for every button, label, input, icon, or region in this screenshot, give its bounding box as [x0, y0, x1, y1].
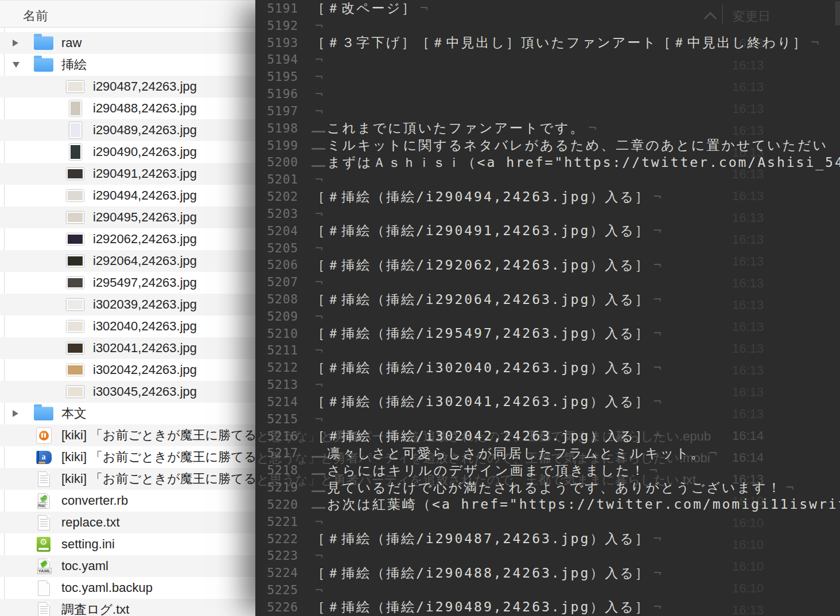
line-number: 5218 — [255, 463, 304, 477]
line-text: ¬ — [312, 343, 323, 358]
editor-line[interactable]: 5195¬ — [255, 68, 840, 85]
newline-mark: ¬ — [315, 377, 323, 392]
editor-line[interactable]: 5218さらにはキリルのデザイン画まで頂きました！¬ — [255, 462, 840, 479]
file-name-label: toc.yaml.backup — [61, 580, 153, 595]
editor-line[interactable]: 5206［＃挿絵（挿絵/i292062,24263.jpg）入る］¬ — [255, 256, 840, 274]
image-thumbnail-icon — [69, 122, 81, 138]
editor-line[interactable]: 5207¬ — [255, 274, 840, 291]
editor-line[interactable]: 5224［＃挿絵（挿絵/i290488,24263.jpg）入る］¬ — [255, 564, 840, 582]
line-text: お次は紅葉崎（<a href="https://twitter.com/momi… — [312, 496, 840, 513]
line-number: 5222 — [255, 532, 304, 546]
file-name-label: i290494,24263.jpg — [93, 188, 197, 203]
editor-line[interactable]: 5209¬ — [255, 308, 840, 325]
file-name-label: i302039,24263.jpg — [93, 297, 197, 312]
line-number: 5202 — [255, 190, 304, 204]
image-thumbnail-icon — [69, 100, 81, 116]
line-number: 5195 — [255, 70, 304, 84]
editor-line[interactable]: 5197¬ — [255, 103, 840, 120]
line-number: 5199 — [255, 139, 304, 153]
file-name-label: i290487,24263.jpg — [93, 79, 197, 94]
image-thumbnail-icon — [67, 233, 84, 245]
editor-line[interactable]: 5200まずはＡｓｈｉｓｉ（<a href="https://twitter.c… — [255, 154, 840, 171]
editor-line[interactable]: 5220お次は紅葉崎（<a href="https://twitter.com/… — [255, 496, 840, 513]
fullwidth-space-mark — [312, 490, 325, 492]
editor-line[interactable]: 5203¬ — [255, 205, 840, 223]
file-name-label: i290489,24263.jpg — [93, 123, 197, 138]
editor-line[interactable]: 5192¬ — [255, 17, 840, 34]
line-number: 5226 — [255, 601, 304, 614]
disclosure-triangle-icon[interactable] — [13, 40, 18, 46]
editor-line[interactable]: 5211¬ — [255, 342, 840, 360]
editor-line[interactable]: 5223¬ — [255, 548, 840, 565]
line-text: さらにはキリルのデザイン画まで頂きました！¬ — [312, 462, 658, 479]
editor-line[interactable]: 5214［＃挿絵（挿絵/i302041,24263.jpg）入る］¬ — [255, 393, 840, 411]
editor-line[interactable]: 5208［＃挿絵（挿絵/i292064,24263.jpg）入る］¬ — [255, 291, 840, 308]
image-thumbnail-icon — [67, 342, 84, 354]
newline-mark: ¬ — [315, 412, 323, 427]
editor-window[interactable]: 変更日 16:1316:1316:1316:1316:1316:1316:131… — [255, 0, 840, 616]
file-name-label: i292062,24263.jpg — [93, 232, 197, 247]
line-text: ¬ — [312, 172, 323, 187]
editor-line[interactable]: 5222［＃挿絵（挿絵/i290487,24263.jpg）入る］¬ — [255, 531, 840, 548]
line-number: 5221 — [255, 515, 304, 529]
editor-line[interactable]: 5193［＃３字下げ］［＃中見出し］頂いたファンアート［＃中見出し終わり］¬ — [255, 34, 840, 52]
line-text: ¬ — [312, 514, 323, 529]
newline-mark: ¬ — [654, 292, 662, 307]
file-name-label: setting.ini — [61, 537, 115, 552]
disclosure-triangle-icon[interactable] — [13, 62, 20, 68]
line-text: ［＃改ページ］¬ — [312, 0, 428, 17]
editor-line[interactable]: 5204［＃挿絵（挿絵/i290491,24263.jpg）入る］¬ — [255, 223, 840, 240]
editor-line[interactable]: 5219見ているだけで心が満たされるようです、ありがとうございます！¬ — [255, 479, 840, 496]
fullwidth-space-mark — [312, 148, 325, 150]
line-text: ¬ — [312, 104, 323, 119]
line-text: ［＃挿絵（挿絵/i290487,24263.jpg）入る］¬ — [312, 530, 662, 548]
editor-line[interactable]: 5205¬ — [255, 240, 840, 257]
line-text: ［＃３字下げ］［＃中見出し］頂いたファンアート［＃中見出し終わり］¬ — [312, 34, 819, 52]
line-text: ［＃挿絵（挿絵/i292062,24263.jpg）入る］¬ — [312, 256, 662, 274]
line-text: ¬ — [312, 377, 323, 392]
newline-mark: ¬ — [811, 35, 819, 50]
line-number: 5214 — [255, 395, 304, 409]
image-thumbnail-icon — [69, 144, 81, 160]
editor-line[interactable]: 5225¬ — [255, 582, 840, 599]
line-number: 5219 — [255, 481, 304, 494]
file-name-label: i290495,24263.jpg — [93, 210, 197, 225]
line-text: ¬ — [312, 69, 323, 84]
editor-line[interactable]: 5199ミルキットに関するネタバレがあるため、二章のあとに置かせていただい — [255, 137, 840, 154]
editor-text-area[interactable]: 5191［＃改ページ］¬5192¬5193［＃３字下げ］［＃中見出し］頂いたファ… — [255, 0, 840, 616]
editor-line[interactable]: 5213¬ — [255, 376, 840, 393]
editor-line[interactable]: 5226［＃挿絵（挿絵/i290489,24263.jpg）入る］¬ — [255, 599, 840, 616]
editor-line[interactable]: 5216［＃挿絵（挿絵/i302042,24263.jpg）入る］¬ — [255, 428, 840, 445]
editor-line[interactable]: 5196¬ — [255, 85, 840, 103]
newline-mark: ¬ — [315, 583, 323, 598]
column-header-name[interactable]: 名前 — [23, 7, 48, 25]
editor-line[interactable]: 5217凛々しさと可愛らしさが同居したフラムとミルキット。¬ — [255, 445, 840, 462]
editor-line[interactable]: 5202［＃挿絵（挿絵/i290494,24263.jpg）入る］¬ — [255, 188, 840, 205]
line-number: 5215 — [255, 412, 304, 426]
line-number: 5203 — [255, 207, 304, 221]
fullwidth-space-mark — [312, 131, 325, 132]
folder-icon — [34, 407, 53, 420]
editor-line[interactable]: 5191［＃改ページ］¬ — [255, 0, 840, 17]
editor-line[interactable]: 5210［＃挿絵（挿絵/i295497,24263.jpg）入る］¬ — [255, 325, 840, 342]
editor-line[interactable]: 5201¬ — [255, 171, 840, 188]
file-name-label: i302042,24263.jpg — [93, 362, 197, 377]
line-number: 5224 — [255, 566, 304, 580]
editor-line[interactable]: 5194¬ — [255, 51, 840, 68]
editor-line[interactable]: 5221¬ — [255, 513, 840, 531]
file-name-label: raw — [61, 36, 81, 50]
editor-line[interactable]: 5215¬ — [255, 411, 840, 428]
line-text: これまでに頂いたファンアートです。¬ — [312, 119, 596, 137]
newline-mark: ¬ — [315, 241, 323, 256]
disclosure-triangle-icon[interactable] — [13, 410, 18, 417]
line-text: ［＃挿絵（挿絵/i302041,24263.jpg）入る］¬ — [312, 393, 662, 411]
newline-mark: ¬ — [315, 18, 323, 33]
line-number: 5198 — [255, 122, 304, 135]
line-number: 5220 — [255, 498, 304, 512]
editor-line[interactable]: 5198これまでに頂いたファンアートです。¬ — [255, 120, 840, 137]
newline-mark: ¬ — [315, 343, 323, 358]
editor-line[interactable]: 5212［＃挿絵（挿絵/i302040,24263.jpg）入る］¬ — [255, 359, 840, 376]
newline-mark: ¬ — [315, 69, 323, 84]
newline-mark: ¬ — [420, 1, 428, 15]
line-number: 5207 — [255, 275, 304, 289]
